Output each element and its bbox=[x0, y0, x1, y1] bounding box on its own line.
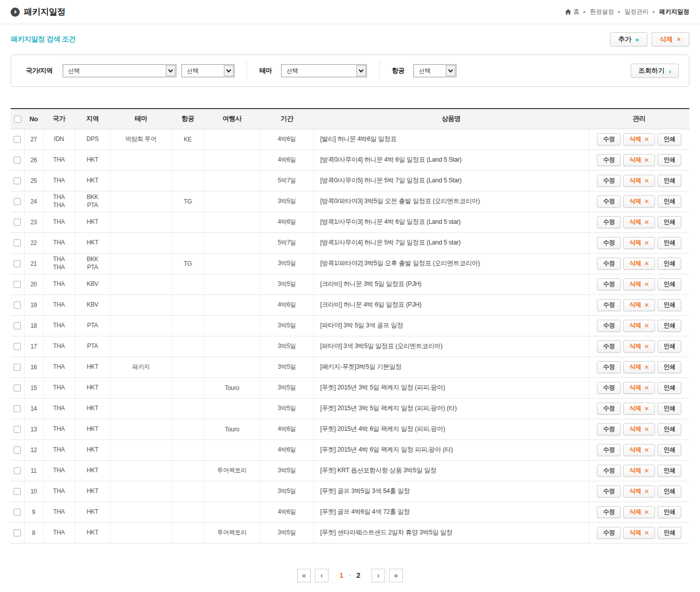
delete-button[interactable]: 삭제✕ bbox=[623, 444, 655, 456]
edit-button[interactable]: 수정 bbox=[597, 382, 621, 394]
page-number-2[interactable]: 2 bbox=[356, 571, 360, 579]
print-button[interactable]: 인쇄 bbox=[658, 361, 681, 373]
row-checkbox[interactable] bbox=[14, 136, 21, 143]
print-button[interactable]: 인쇄 bbox=[658, 258, 681, 270]
row-checkbox[interactable] bbox=[14, 384, 21, 391]
print-button[interactable]: 인쇄 bbox=[658, 133, 681, 145]
edit-button[interactable]: 수정 bbox=[597, 403, 621, 415]
print-button[interactable]: 인쇄 bbox=[658, 340, 681, 353]
print-button[interactable]: 인쇄 bbox=[658, 154, 681, 166]
edit-button[interactable]: 수정 bbox=[597, 423, 621, 435]
row-checkbox[interactable] bbox=[14, 343, 21, 350]
cell-product: [푸켓] 2015년 4박 6일 팩케지 일정 (피피,팡아) bbox=[313, 419, 589, 439]
delete-button[interactable]: 삭제✕ bbox=[623, 320, 655, 332]
delete-button[interactable]: 삭제✕ bbox=[623, 423, 655, 435]
breadcrumb-item-settings[interactable]: 환경설정 bbox=[590, 8, 614, 16]
row-checkbox[interactable] bbox=[14, 177, 21, 184]
delete-button[interactable]: 삭제✕ bbox=[623, 258, 655, 270]
delete-button[interactable]: 삭제✕ bbox=[623, 154, 655, 166]
delete-button[interactable]: 삭제 ✕ bbox=[651, 32, 689, 46]
delete-button[interactable]: 삭제✕ bbox=[623, 527, 655, 539]
delete-button[interactable]: 삭제✕ bbox=[623, 216, 655, 228]
row-checkbox[interactable] bbox=[14, 302, 21, 309]
delete-button[interactable]: 삭제✕ bbox=[623, 237, 655, 249]
edit-button[interactable]: 수정 bbox=[597, 527, 621, 539]
edit-button[interactable]: 수정 bbox=[597, 216, 621, 228]
airline-select[interactable]: 선택 bbox=[413, 64, 456, 77]
last-page-button[interactable]: » bbox=[389, 569, 403, 582]
page-number-1[interactable]: 1 bbox=[340, 571, 344, 579]
print-button[interactable]: 인쇄 bbox=[658, 278, 681, 290]
edit-button[interactable]: 수정 bbox=[597, 258, 621, 270]
delete-button[interactable]: 삭제✕ bbox=[623, 340, 655, 353]
print-button[interactable]: 인쇄 bbox=[658, 175, 681, 187]
row-checkbox[interactable] bbox=[14, 239, 21, 246]
edit-button[interactable]: 수정 bbox=[597, 175, 621, 187]
delete-button[interactable]: 삭제✕ bbox=[623, 382, 655, 394]
row-checkbox[interactable] bbox=[14, 260, 21, 267]
row-checkbox[interactable] bbox=[14, 467, 21, 474]
print-button[interactable]: 인쇄 bbox=[658, 465, 681, 477]
prev-page-button[interactable]: ‹ bbox=[315, 569, 329, 582]
region-select[interactable]: 선택 bbox=[181, 64, 235, 77]
first-page-button[interactable]: « bbox=[297, 569, 311, 582]
delete-button[interactable]: 삭제✕ bbox=[623, 465, 655, 477]
print-button[interactable]: 인쇄 bbox=[658, 320, 681, 332]
edit-button[interactable]: 수정 bbox=[597, 278, 621, 290]
edit-button[interactable]: 수정 bbox=[597, 133, 621, 145]
print-button[interactable]: 인쇄 bbox=[658, 195, 681, 208]
row-checkbox[interactable] bbox=[14, 426, 21, 433]
row-checkbox[interactable] bbox=[14, 488, 21, 495]
delete-button[interactable]: 삭제✕ bbox=[623, 403, 655, 415]
row-checkbox[interactable] bbox=[14, 509, 21, 516]
print-button[interactable]: 인쇄 bbox=[658, 506, 681, 518]
delete-button[interactable]: 삭제✕ bbox=[623, 175, 655, 187]
delete-button[interactable]: 삭제✕ bbox=[623, 506, 655, 518]
delete-button[interactable]: 삭제✕ bbox=[623, 133, 655, 145]
row-checkbox[interactable] bbox=[14, 529, 21, 536]
add-button[interactable]: 추가 + bbox=[610, 32, 647, 46]
breadcrumb: 홈 ▸ 환경설정 ▸ 일정관리 ▸ 패키지일정 bbox=[565, 8, 689, 16]
print-button[interactable]: 인쇄 bbox=[658, 237, 681, 249]
edit-button[interactable]: 수정 bbox=[597, 506, 621, 518]
row-checkbox[interactable] bbox=[14, 322, 21, 329]
edit-button[interactable]: 수정 bbox=[597, 299, 621, 311]
next-page-button[interactable]: › bbox=[371, 569, 385, 582]
delete-button[interactable]: 삭제✕ bbox=[623, 361, 655, 373]
edit-button[interactable]: 수정 bbox=[597, 195, 621, 208]
print-button[interactable]: 인쇄 bbox=[658, 403, 681, 415]
edit-button[interactable]: 수정 bbox=[597, 465, 621, 477]
print-button[interactable]: 인쇄 bbox=[658, 382, 681, 394]
print-button[interactable]: 인쇄 bbox=[658, 423, 681, 435]
print-button[interactable]: 인쇄 bbox=[658, 485, 681, 498]
edit-button[interactable]: 수정 bbox=[597, 340, 621, 353]
edit-button[interactable]: 수정 bbox=[597, 485, 621, 498]
edit-button[interactable]: 수정 bbox=[597, 361, 621, 373]
delete-button[interactable]: 삭제✕ bbox=[623, 195, 655, 208]
row-checkbox[interactable] bbox=[14, 281, 21, 288]
print-button[interactable]: 인쇄 bbox=[658, 527, 681, 539]
breadcrumb-item-schedule-mgmt[interactable]: 일정관리 bbox=[624, 8, 648, 16]
row-checkbox[interactable] bbox=[14, 198, 21, 205]
row-checkbox[interactable] bbox=[14, 364, 21, 371]
search-button[interactable]: 조회하기 › bbox=[631, 64, 679, 78]
country-select[interactable]: 선택 bbox=[63, 64, 176, 77]
delete-button[interactable]: 삭제✕ bbox=[623, 299, 655, 311]
edit-button[interactable]: 수정 bbox=[597, 237, 621, 249]
cell-agency bbox=[204, 439, 260, 460]
edit-button[interactable]: 수정 bbox=[597, 444, 621, 456]
theme-select[interactable]: 선택 bbox=[281, 64, 367, 77]
row-checkbox[interactable] bbox=[14, 157, 21, 164]
edit-button[interactable]: 수정 bbox=[597, 154, 621, 166]
row-checkbox[interactable] bbox=[14, 447, 21, 454]
delete-button[interactable]: 삭제✕ bbox=[623, 485, 655, 498]
row-checkbox[interactable] bbox=[14, 405, 21, 412]
row-checkbox[interactable] bbox=[14, 219, 21, 226]
select-all-checkbox[interactable] bbox=[14, 116, 21, 123]
print-button[interactable]: 인쇄 bbox=[658, 444, 681, 456]
print-button[interactable]: 인쇄 bbox=[658, 299, 681, 311]
edit-button[interactable]: 수정 bbox=[597, 320, 621, 332]
print-button[interactable]: 인쇄 bbox=[658, 216, 681, 228]
delete-button[interactable]: 삭제✕ bbox=[623, 278, 655, 290]
breadcrumb-home[interactable]: 홈 bbox=[565, 8, 579, 16]
